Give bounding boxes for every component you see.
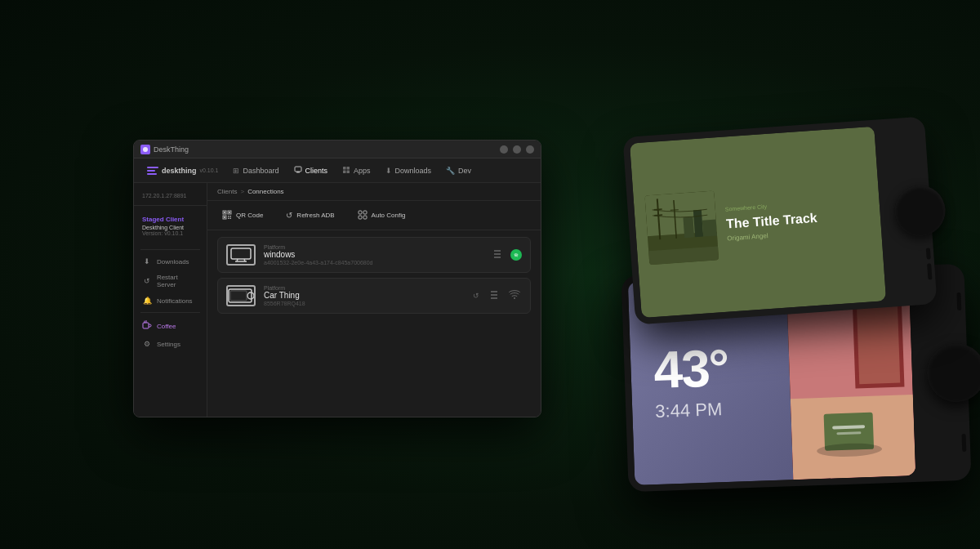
music-ui: Somewhere City The Title Track Origami A… bbox=[630, 127, 886, 318]
nav-downloads-label: Downloads bbox=[395, 167, 432, 175]
title-bar: DeskThing bbox=[134, 141, 541, 158]
nav-dashboard-label: Dashboard bbox=[243, 167, 278, 175]
svg-rect-1 bbox=[147, 167, 158, 168]
toolbar: QR Code ↺ Refresh ADB Auto Config bbox=[207, 201, 541, 230]
svg-rect-20 bbox=[230, 217, 232, 219]
nav-logo: deskthing v0.10.1 bbox=[140, 163, 225, 178]
qr-code-button[interactable]: QR Code bbox=[217, 208, 268, 224]
windows-client-info: Platform windows a4001532-2e0e-4a43-a174… bbox=[264, 244, 483, 266]
coffee-icon bbox=[142, 320, 152, 332]
svg-rect-25 bbox=[231, 248, 251, 259]
sidebar-item-downloads[interactable]: ⬇ Downloads bbox=[134, 253, 207, 270]
device-top-body: Somewhere City The Title Track Origami A… bbox=[622, 116, 937, 324]
sidebar-coffee-label: Coffee bbox=[157, 323, 176, 330]
svg-rect-5 bbox=[296, 172, 300, 173]
window-controls bbox=[500, 145, 534, 154]
device-top: Somewhere City The Title Track Origami A… bbox=[622, 116, 937, 324]
dashboard-icon: ⊞ bbox=[233, 167, 239, 175]
windows-device-id: a4001532-2e0e-4a43-a174-c845a700680d bbox=[264, 260, 483, 266]
minimize-button[interactable] bbox=[500, 145, 508, 154]
auto-icon bbox=[358, 210, 368, 221]
device-top-screen: Somewhere City The Title Track Origami A… bbox=[630, 127, 886, 318]
app-window: DeskThing deskthing v0.10.1 ⊞ Dashboard bbox=[133, 140, 541, 417]
carthing-refresh-btn[interactable]: ↺ bbox=[471, 290, 481, 301]
sidebar-divider-2 bbox=[140, 312, 200, 313]
windows-list-icon[interactable] bbox=[491, 248, 504, 261]
refresh-label: Refresh ADB bbox=[296, 212, 334, 219]
sidebar-restart-label: Restart Server bbox=[157, 274, 198, 288]
svg-rect-24 bbox=[363, 216, 367, 219]
nav-dev[interactable]: 🔧 Dev bbox=[439, 163, 478, 178]
svg-point-0 bbox=[143, 147, 148, 152]
staged-client-section: Staged Client Deskthing Client Version: … bbox=[134, 212, 207, 239]
breadcrumb-connections: Connections bbox=[247, 188, 283, 195]
svg-rect-9 bbox=[347, 170, 350, 173]
svg-rect-10 bbox=[143, 323, 149, 328]
main-content: 172.20.1.27:8891 Staged Client Deskthing… bbox=[134, 183, 541, 417]
sidebar-settings-label: Settings bbox=[157, 341, 180, 348]
nav-bar: deskthing v0.10.1 ⊞ Dashboard Clients Ap… bbox=[134, 158, 541, 183]
music-text: Somewhere City The Title Track Origami A… bbox=[725, 197, 871, 242]
svg-rect-16 bbox=[224, 216, 225, 218]
svg-line-46 bbox=[670, 209, 679, 210]
client-cards: Platform windows a4001532-2e0e-4a43-a174… bbox=[207, 230, 541, 320]
carthing-wifi-icon bbox=[507, 288, 522, 303]
notifications-icon: 🔔 bbox=[142, 297, 152, 305]
svg-rect-12 bbox=[224, 212, 225, 213]
carthing-device-icon bbox=[226, 285, 256, 306]
sidebar-downloads-label: Downloads bbox=[157, 258, 189, 266]
refresh-adb-button[interactable]: ↺ Refresh ADB bbox=[281, 208, 339, 222]
svg-rect-2 bbox=[147, 170, 155, 172]
carthing-client-info: Platform Car Thing 8556R78RQ418 bbox=[264, 285, 463, 306]
nav-dashboard[interactable]: ⊞ Dashboard bbox=[226, 163, 285, 178]
sidebar-item-restart[interactable]: ↺ Restart Server bbox=[134, 270, 207, 292]
svg-rect-47 bbox=[683, 216, 694, 238]
weather-time: 3:44 PM bbox=[655, 397, 768, 422]
album-art bbox=[644, 190, 719, 265]
carthing-device-id: 8556R78RQ418 bbox=[264, 301, 463, 306]
side-btn-2 bbox=[926, 248, 931, 259]
staged-client-name: Deskthing Client bbox=[142, 225, 198, 230]
breadcrumb-separator: > bbox=[240, 188, 244, 195]
nav-apps[interactable]: Apps bbox=[336, 163, 377, 179]
svg-rect-21 bbox=[359, 211, 362, 214]
breadcrumb: Clients > Connections bbox=[207, 183, 541, 201]
nav-clients[interactable]: Clients bbox=[287, 163, 335, 179]
qr-label: QR Code bbox=[236, 212, 263, 219]
carthing-platform-name: Car Thing bbox=[264, 291, 463, 300]
refresh-icon: ↺ bbox=[286, 211, 292, 220]
dev-icon: 🔧 bbox=[446, 167, 455, 175]
svg-rect-35 bbox=[230, 291, 247, 301]
nav-downloads[interactable]: ⬇ Downloads bbox=[379, 163, 439, 178]
svg-line-44 bbox=[654, 215, 662, 216]
sidebar-item-notifications[interactable]: 🔔 Notifications bbox=[134, 292, 207, 309]
svg-rect-18 bbox=[230, 216, 232, 217]
maximize-button[interactable] bbox=[513, 145, 521, 154]
title-bar-logo: DeskThing bbox=[140, 145, 189, 154]
side-btn-1 bbox=[927, 263, 932, 279]
sidebar-item-coffee[interactable]: Coffee bbox=[134, 316, 207, 336]
album-art-svg bbox=[644, 190, 719, 265]
windows-platform-label: Platform bbox=[264, 244, 483, 250]
svg-rect-17 bbox=[228, 216, 229, 217]
sidebar: 172.20.1.27:8891 Staged Client Deskthing… bbox=[134, 183, 207, 417]
windows-client-actions bbox=[491, 248, 522, 261]
downloads-nav-icon: ⬇ bbox=[385, 167, 392, 175]
content-area: Clients > Connections QR Code ↺ Refresh … bbox=[207, 183, 541, 417]
windows-device-icon bbox=[226, 244, 256, 266]
app-title: DeskThing bbox=[154, 145, 189, 154]
nav-clients-label: Clients bbox=[305, 167, 328, 175]
restart-icon: ↺ bbox=[142, 277, 152, 285]
nav-app-name: deskthing bbox=[162, 167, 197, 175]
carthing-list-icon[interactable] bbox=[488, 289, 501, 302]
spotify-badge-windows bbox=[510, 249, 522, 261]
auto-config-button[interactable]: Auto Config bbox=[353, 208, 411, 224]
sidebar-item-settings[interactable]: ⚙ Settings bbox=[134, 336, 207, 352]
downloads-sidebar-icon: ⬇ bbox=[142, 257, 152, 266]
side-btn-4 bbox=[962, 434, 967, 452]
sidebar-ip: 172.20.1.27:8891 bbox=[134, 190, 207, 206]
close-button[interactable] bbox=[526, 145, 534, 154]
svg-rect-3 bbox=[147, 173, 157, 175]
side-btn-3 bbox=[956, 292, 961, 310]
svg-line-43 bbox=[654, 209, 662, 210]
